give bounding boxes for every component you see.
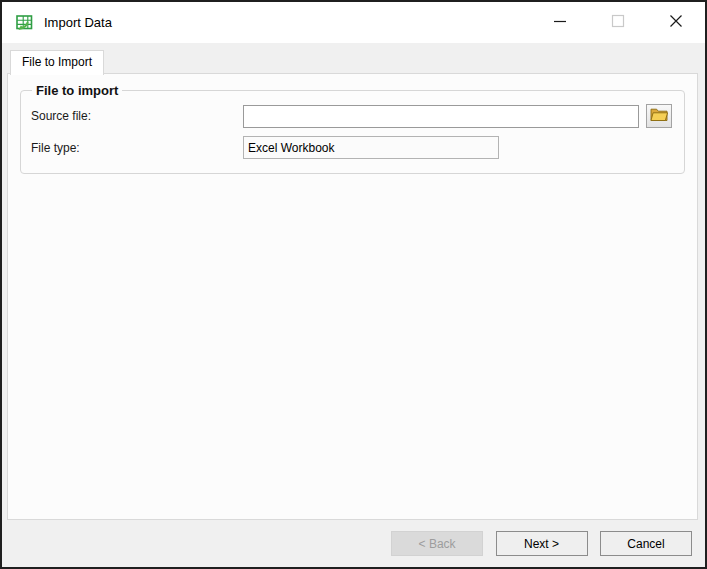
import-data-window: Import Data File to Import — [0, 0, 707, 569]
wizard-footer: < Back Next > Cancel — [2, 520, 705, 567]
close-button[interactable] — [647, 2, 705, 43]
maximize-button — [589, 2, 647, 43]
tab-page-file-to-import: File to import Source file: — [7, 73, 698, 520]
minimize-icon — [553, 14, 567, 31]
file-type-field — [243, 136, 499, 159]
close-icon — [669, 14, 683, 31]
dialog-body: File to Import File to import Source fil… — [2, 43, 705, 567]
maximize-icon — [611, 14, 625, 31]
titlebar: Import Data — [2, 2, 705, 43]
tab-file-to-import[interactable]: File to Import — [10, 50, 104, 75]
folder-icon — [650, 107, 668, 125]
caption-buttons — [531, 2, 705, 43]
tabstrip: File to Import — [2, 43, 705, 73]
window-title: Import Data — [44, 15, 112, 30]
back-button: < Back — [391, 531, 483, 556]
source-file-label: Source file: — [31, 109, 243, 123]
browse-button[interactable] — [646, 104, 672, 128]
file-type-label: File type: — [31, 141, 243, 155]
source-file-row: Source file: — [31, 104, 674, 128]
minimize-button[interactable] — [531, 2, 589, 43]
source-file-input[interactable] — [243, 105, 639, 128]
cancel-button[interactable]: Cancel — [600, 531, 692, 556]
table-import-icon — [15, 13, 35, 33]
file-type-row: File type: — [31, 136, 674, 159]
groupbox-title: File to import — [32, 83, 122, 98]
next-button[interactable]: Next > — [496, 531, 588, 556]
file-to-import-groupbox: File to import Source file: — [20, 83, 685, 174]
